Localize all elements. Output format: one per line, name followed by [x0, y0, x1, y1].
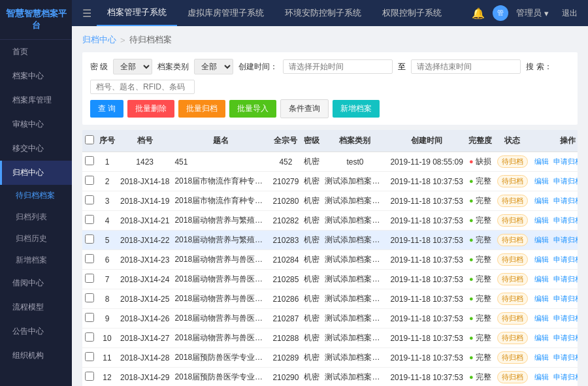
new-archive-button[interactable]: 新增档案 — [333, 100, 380, 118]
hamburger-icon[interactable]: ☰ — [77, 5, 97, 22]
condition-search-button[interactable]: 条件查询 — [280, 99, 329, 118]
density-select[interactable]: 全部 — [113, 59, 152, 74]
row-fz: 210285 — [270, 270, 301, 289]
action-edit[interactable]: 编辑 — [534, 197, 549, 204]
sidebar-item-org[interactable]: 组织机构 — [0, 344, 72, 368]
row-status: 待归档 — [495, 211, 531, 231]
notification-icon[interactable]: 🔔 — [472, 7, 485, 20]
topnav-env-security[interactable]: 环境安防控制子系统 — [274, 0, 372, 26]
breadcrumb-home[interactable]: 归档中心 — [82, 34, 116, 46]
date-end-input[interactable] — [411, 59, 521, 74]
chevron-down-icon: ▾ — [544, 8, 549, 18]
action-edit[interactable]: 编辑 — [534, 216, 549, 224]
topnav-virtual-warehouse[interactable]: 虚拟库房管理子系统 — [177, 0, 274, 26]
action-edit[interactable]: 编辑 — [534, 295, 549, 302]
action-edit[interactable]: 编辑 — [534, 373, 549, 381]
action-edit[interactable]: 编辑 — [534, 353, 549, 361]
action-edit[interactable]: 编辑 — [534, 275, 549, 283]
sidebar-sub-filing-history[interactable]: 归档历史 — [0, 228, 72, 249]
row-checkbox[interactable] — [82, 152, 97, 172]
action-edit[interactable]: 编辑 — [534, 255, 549, 263]
row-seq: 11 — [97, 348, 118, 368]
row-fz: 210289 — [270, 348, 301, 368]
sidebar-sub-pending[interactable]: 待归档档案 — [0, 185, 72, 206]
row-seq: 9 — [97, 309, 118, 329]
action-edit[interactable]: 编辑 — [534, 157, 549, 165]
topnav-archive-mgmt[interactable]: 档案管理子系统 — [97, 0, 177, 26]
sidebar-item-home[interactable]: 首页 — [0, 40, 72, 64]
action-edit[interactable]: 编辑 — [534, 236, 549, 244]
row-checkbox[interactable] — [82, 309, 97, 329]
row-checkbox[interactable] — [82, 329, 97, 348]
search-label: 搜 索： — [526, 61, 551, 72]
row-checkbox[interactable] — [82, 231, 97, 250]
density-label: 密 级 — [90, 61, 108, 72]
action-edit[interactable]: 编辑 — [534, 177, 549, 185]
action-apply[interactable]: 申请归档 — [553, 314, 578, 322]
action-apply[interactable]: 申请归档 — [553, 334, 578, 342]
sidebar-sub-filing-list[interactable]: 归档列表 — [0, 206, 72, 228]
select-all-checkbox[interactable] — [85, 135, 94, 144]
sidebar-item-notice-center[interactable]: 公告中心 — [0, 319, 72, 344]
topnav-access-control[interactable]: 权限控制子系统 — [372, 0, 452, 26]
action-apply[interactable]: 申请归档 — [553, 295, 578, 302]
action-apply[interactable]: 申请归档 — [553, 216, 578, 224]
row-checkbox[interactable] — [82, 368, 97, 387]
row-date: 2019-11-18 10:37:53 — [387, 348, 465, 368]
sidebar-item-archive-center[interactable]: 档案中心 — [0, 64, 72, 88]
action-apply[interactable]: 申请归档 — [553, 177, 578, 185]
action-apply[interactable]: 申请归档 — [553, 275, 578, 283]
sidebar-item-borrow-center[interactable]: 借阅中心 — [0, 271, 72, 295]
sidebar-item-transfer-center[interactable]: 移交中心 — [0, 137, 72, 161]
action-apply[interactable]: 申请归档 — [553, 373, 578, 381]
sidebar-item-process-model[interactable]: 流程模型 — [0, 295, 72, 319]
sidebar-item-filing-center[interactable]: 归档中心 — [0, 161, 72, 185]
action-apply[interactable]: 申请归档 — [553, 353, 578, 361]
batch-archive-button[interactable]: 批量归档 — [178, 100, 225, 118]
sidebar-item-archive-mgmt[interactable]: 档案库管理 — [0, 88, 72, 112]
row-type: test0 — [322, 152, 387, 172]
row-status: 待归档 — [495, 152, 531, 172]
table-row: 5 2018-JX14-22 2018届动物营养与繁殖专... 210283 机… — [82, 231, 578, 250]
row-checkbox[interactable] — [82, 250, 97, 270]
row-num: 2018-JX14-28 — [118, 348, 172, 368]
row-checkbox[interactable] — [82, 348, 97, 368]
row-status: 待归档 — [495, 231, 531, 250]
search-button[interactable]: 查 询 — [90, 100, 123, 118]
action-edit[interactable]: 编辑 — [534, 314, 549, 322]
batch-delete-button[interactable]: 批量删除 — [127, 100, 174, 118]
search-input[interactable] — [90, 80, 195, 94]
row-fz: 210279 — [270, 172, 301, 191]
row-seq: 12 — [97, 368, 118, 387]
row-checkbox[interactable] — [82, 211, 97, 231]
row-checkbox[interactable] — [82, 270, 97, 289]
row-type: 测试添加档案类型 — [322, 270, 387, 289]
table-row: 3 2018-JX14-19 2018届市物流作育种专业博士主... 21028… — [82, 191, 578, 211]
action-apply[interactable]: 申请归档 — [553, 255, 578, 263]
row-status: 待归档 — [495, 172, 531, 191]
action-apply[interactable]: 申请归档 — [553, 197, 578, 204]
row-type: 测试添加档案类型 — [322, 368, 387, 387]
th-complete: 完整度 — [466, 130, 495, 152]
action-apply[interactable]: 申请归档 — [553, 236, 578, 244]
row-checkbox[interactable] — [82, 172, 97, 191]
row-checkbox[interactable] — [82, 191, 97, 211]
sidebar: 智慧智慧档案平台 首页 档案中心 档案库管理 审核中心 移交中心 归档中心 待归… — [0, 0, 72, 386]
row-level: 机密 — [301, 289, 322, 309]
row-seq: 10 — [97, 329, 118, 348]
exit-button[interactable]: 退出 — [557, 5, 583, 22]
topnav-user[interactable]: 管理员 ▾ — [516, 7, 549, 19]
type-select[interactable]: 全部 — [194, 59, 233, 74]
action-edit[interactable]: 编辑 — [534, 334, 549, 342]
action-apply[interactable]: 申请归档 — [553, 157, 578, 165]
sidebar-item-review-center[interactable]: 审核中心 — [0, 112, 72, 137]
content-area: 归档中心 > 待归档档案 密 级 全部 档案类别 全部 创建时间： 至 搜 索： — [72, 26, 588, 386]
row-actions: 编辑 申请归档 删除 — [531, 172, 578, 191]
date-start-input[interactable] — [283, 59, 393, 74]
row-checkbox[interactable] — [82, 289, 97, 309]
row-date: 2019-11-18 10:37:53 — [387, 289, 465, 309]
sidebar-sub-new-archive[interactable]: 新增档案 — [0, 249, 72, 271]
row-actions: 编辑 申请归档 删除 — [531, 211, 578, 231]
row-seq: 5 — [97, 231, 118, 250]
batch-import-button[interactable]: 批量导入 — [229, 100, 276, 118]
